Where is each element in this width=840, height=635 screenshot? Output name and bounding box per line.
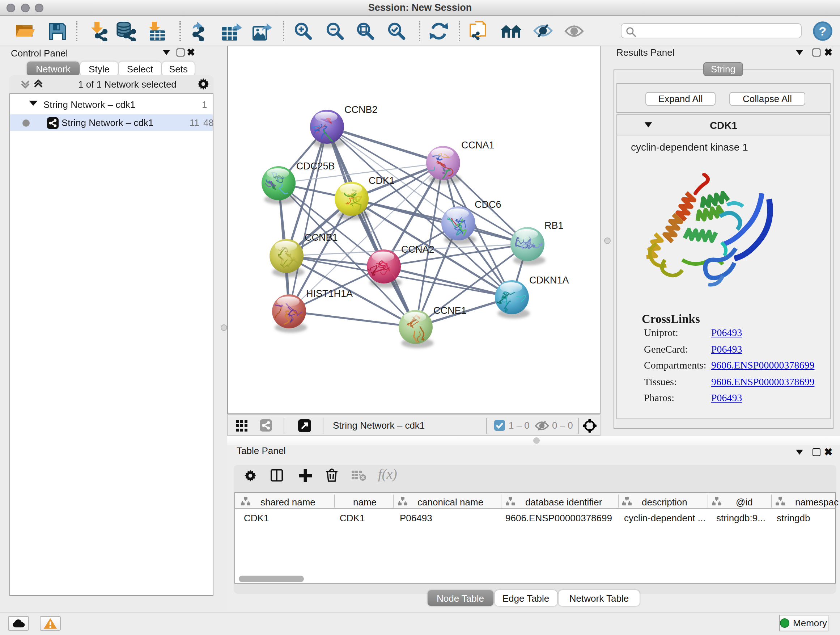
svg-text:CCNA1: CCNA1 xyxy=(461,140,494,150)
svg-text:CDC6: CDC6 xyxy=(475,199,501,210)
svg-text:CDC25B: CDC25B xyxy=(296,161,335,172)
svg-text:CCNE1: CCNE1 xyxy=(433,305,467,316)
svg-text:CDK1: CDK1 xyxy=(369,175,395,186)
svg-text:RB1: RB1 xyxy=(545,220,564,231)
svg-text:?: ? xyxy=(819,24,827,38)
svg-text:CDKN1A: CDKN1A xyxy=(529,275,569,286)
svg-text:CCNB2: CCNB2 xyxy=(344,104,378,115)
svg-text:HIST1H1A: HIST1H1A xyxy=(306,288,353,299)
svg-text:CCNA2: CCNA2 xyxy=(401,244,434,255)
svg-text:CCNB1: CCNB1 xyxy=(305,232,338,243)
